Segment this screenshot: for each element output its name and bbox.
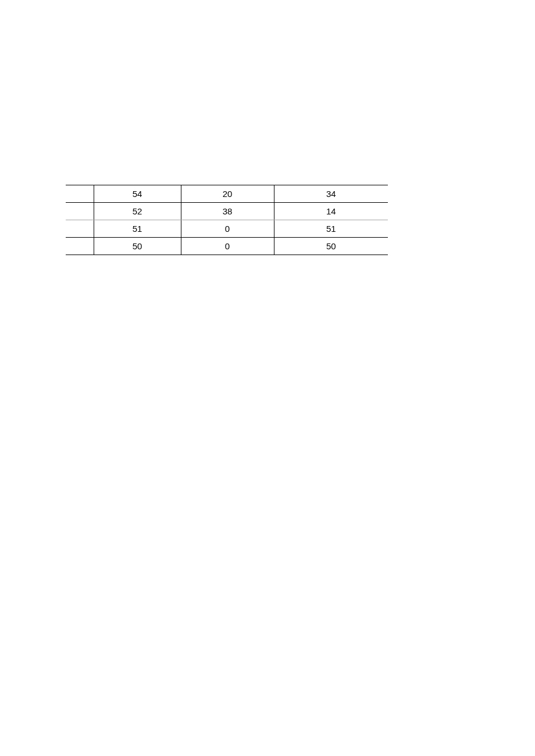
table-cell: 51: [274, 220, 388, 238]
table-cell: 54: [94, 185, 181, 203]
table-cell: 38: [181, 203, 274, 220]
table-row: 51 0 51: [66, 220, 388, 238]
table-cell: 52: [94, 203, 181, 220]
table-cell: 14: [274, 203, 388, 220]
table-cell: [66, 238, 94, 255]
table-cell: 34: [274, 185, 388, 203]
table-cell: 20: [181, 185, 274, 203]
table-cell: 0: [181, 238, 274, 255]
table-cell: 51: [94, 220, 181, 238]
table-cell: 50: [94, 238, 181, 255]
table-cell: 50: [274, 238, 388, 255]
table-cell: 0: [181, 220, 274, 238]
table-row: 52 38 14: [66, 203, 388, 220]
table-cell: [66, 220, 94, 238]
table-cell: [66, 185, 94, 203]
table-row: 50 0 50: [66, 238, 388, 255]
table-row: 54 20 34: [66, 185, 388, 203]
table-cell: [66, 203, 94, 220]
data-table: 54 20 34 52 38 14 51 0 51 50 0 50: [66, 185, 388, 255]
table: 54 20 34 52 38 14 51 0 51 50 0 50: [66, 185, 388, 255]
